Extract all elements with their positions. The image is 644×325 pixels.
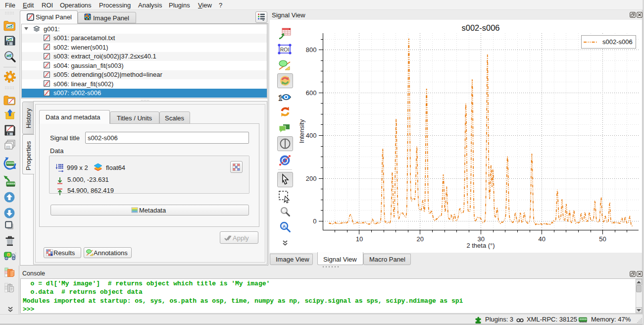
- svg-text:200: 200: [306, 175, 317, 182]
- svg-text:ROI: ROI: [280, 47, 290, 53]
- svg-text:10: 10: [356, 235, 363, 243]
- svg-text:2 theta (°): 2 theta (°): [466, 242, 495, 249]
- svg-text:50: 50: [599, 235, 606, 243]
- svg-text:0: 0: [313, 217, 316, 225]
- svg-text:400: 400: [306, 132, 317, 139]
- svg-text:20: 20: [417, 235, 424, 243]
- svg-text:A: A: [283, 224, 286, 229]
- svg-text:800: 800: [306, 46, 317, 54]
- svg-text:600: 600: [306, 89, 317, 97]
- svg-text:Intensity: Intensity: [298, 119, 305, 143]
- svg-text:s002-s006: s002-s006: [602, 38, 633, 46]
- svg-text:1: 1: [278, 93, 283, 103]
- svg-text:s002-s006: s002-s006: [461, 23, 499, 32]
- svg-text:40: 40: [538, 235, 545, 243]
